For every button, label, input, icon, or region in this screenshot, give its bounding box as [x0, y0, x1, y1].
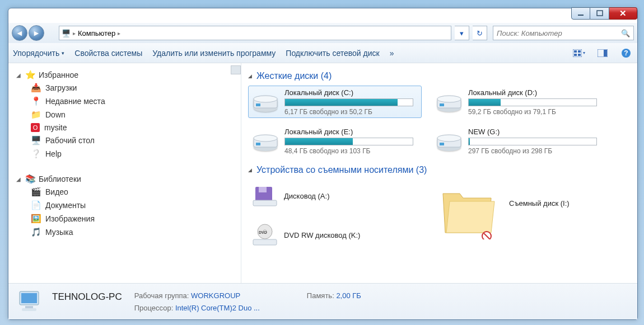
- folder-icon: 📁: [31, 110, 41, 120]
- system-properties-button[interactable]: Свойства системы: [74, 49, 142, 58]
- capacity-bar: [468, 138, 597, 145]
- drive-item[interactable]: Локальный диск (C:)6,17 ГБ свободно из 5…: [248, 86, 422, 118]
- details-pane: TEHNOLOG-PC Рабочая группа: WORKGROUP Па…: [8, 284, 637, 319]
- opera-icon: O: [31, 123, 40, 132]
- svg-text:DVD: DVD: [259, 230, 267, 234]
- sidebar-item-videos[interactable]: 🎬Видео: [8, 185, 241, 199]
- svg-rect-8: [604, 50, 607, 56]
- drive-item[interactable]: Съемный диск (I:): [432, 180, 622, 212]
- back-button[interactable]: ◄: [12, 25, 27, 41]
- sidebar-item-down[interactable]: 📁Down: [8, 108, 241, 121]
- capacity-bar: [468, 98, 597, 106]
- hard-drive-icon: [436, 129, 463, 153]
- category-removable[interactable]: ◢Устройства со съемными носителями (3): [248, 165, 631, 175]
- svg-point-21: [254, 135, 277, 142]
- sidebar-item-downloads[interactable]: 📥Загрузки: [8, 81, 241, 95]
- search-box[interactable]: 🔍: [493, 26, 634, 40]
- organize-menu[interactable]: Упорядочить ▾: [13, 49, 64, 58]
- svg-rect-5: [574, 54, 577, 56]
- drive-name: Локальный диск (C:): [284, 88, 418, 97]
- preview-pane-button[interactable]: [596, 46, 609, 60]
- help-button[interactable]: ?: [619, 46, 633, 60]
- refresh-button[interactable]: ↻: [473, 26, 487, 40]
- sidebar-item-documents[interactable]: 📄Документы: [8, 199, 241, 212]
- search-icon: 🔍: [621, 29, 630, 37]
- map-network-drive-button[interactable]: Подключить сетевой диск: [286, 49, 379, 58]
- show-locations-button[interactable]: ▾: [455, 26, 469, 40]
- breadcrumb-location[interactable]: Компьютер: [78, 29, 115, 37]
- search-input[interactable]: [497, 29, 621, 37]
- capacity-bar: [284, 98, 413, 106]
- drive-item[interactable]: NEW (G:)297 ГБ свободно из 298 ГБ: [432, 125, 605, 157]
- computer-icon: 🖥️: [62, 29, 71, 37]
- sidebar-item-pictures[interactable]: 🖼️Изображения: [8, 212, 241, 225]
- help-icon: ❔: [31, 149, 41, 159]
- close-button[interactable]: ✕: [609, 7, 637, 20]
- workgroup-label: Рабочая группа:: [134, 291, 189, 300]
- nav-row: ◄ ► 🖥️ ▸ Компьютер ▸ ▾ ↻ 🔍: [8, 23, 637, 43]
- maximize-button[interactable]: [590, 7, 609, 20]
- svg-rect-28: [259, 187, 267, 192]
- chevron-right-icon: ▸: [118, 30, 120, 36]
- svg-rect-35: [253, 239, 277, 245]
- libraries-icon: 📚: [25, 174, 35, 184]
- toolbar: Упорядочить ▾ Свойства системы Удалить и…: [8, 43, 637, 63]
- desktop-icon: 🖥️: [31, 135, 41, 145]
- drive-name: Съемный диск (I:): [509, 199, 619, 208]
- details-name: TEHNOLOG-PC: [52, 291, 122, 303]
- hard-drive-icon: [252, 129, 279, 153]
- collapse-icon: ◢: [16, 176, 21, 182]
- svg-rect-4: [578, 50, 581, 53]
- content-area: ◢Жесткие диски (4) Локальный диск (C:)6,…: [241, 63, 637, 283]
- svg-point-17: [437, 96, 461, 102]
- svg-point-25: [437, 135, 461, 142]
- svg-rect-6: [578, 54, 581, 56]
- favorites-header[interactable]: ◢⭐Избранное: [8, 69, 241, 81]
- drive-item[interactable]: DVDDVD RW дисковод (K:): [248, 219, 422, 251]
- svg-rect-3: [574, 50, 577, 53]
- workgroup-value: WORKGROUP: [191, 291, 240, 300]
- view-options-button[interactable]: ▾: [572, 46, 586, 60]
- dvd-drive-icon: DVD: [251, 223, 278, 247]
- floppy-drive-icon: [251, 184, 278, 208]
- memory-label: Память:: [307, 291, 334, 300]
- svg-rect-14: [256, 103, 260, 106]
- minimize-button[interactable]: [571, 7, 590, 20]
- drive-item[interactable]: Локальный диск (E:)48,4 ГБ свободно из 1…: [248, 125, 422, 157]
- folder-open-icon: [435, 181, 503, 244]
- drive-name: DVD RW дисковод (K:): [284, 231, 418, 239]
- sidebar-item-music[interactable]: 🎵Музыка: [8, 225, 241, 239]
- address-bar[interactable]: 🖥️ ▸ Компьютер ▸: [59, 26, 451, 40]
- libraries-header[interactable]: ◢📚Библиотеки: [8, 173, 241, 185]
- capacity-bar: [284, 138, 413, 145]
- sidebar-item-help[interactable]: ❔Help: [8, 147, 241, 161]
- star-icon: ⭐: [25, 70, 35, 80]
- sidebar-item-recent[interactable]: 📍Недавние места: [8, 95, 241, 108]
- computer-icon: [16, 288, 45, 315]
- recent-icon: 📍: [31, 96, 41, 106]
- uninstall-program-button[interactable]: Удалить или изменить программу: [152, 49, 276, 58]
- music-icon: 🎵: [31, 227, 41, 237]
- hard-drive-icon: [252, 90, 279, 114]
- svg-rect-37: [21, 293, 37, 303]
- sidebar-item-desktop[interactable]: 🖥️Рабочий стол: [8, 134, 241, 147]
- drive-free-text: 297 ГБ свободно из 298 ГБ: [468, 147, 601, 155]
- drive-item[interactable]: Дисковод (A:): [248, 180, 422, 212]
- video-icon: 🎬: [31, 187, 41, 197]
- svg-text:?: ?: [624, 49, 628, 57]
- sidebar-item-mysite[interactable]: Omysite: [8, 121, 241, 134]
- memory-value: 2,00 ГБ: [336, 291, 361, 300]
- category-hard-drives[interactable]: ◢Жесткие диски (4): [248, 71, 631, 81]
- svg-rect-29: [253, 200, 277, 206]
- toolbar-overflow[interactable]: »: [390, 49, 394, 58]
- forward-button[interactable]: ►: [29, 25, 44, 41]
- chevron-right-icon: ▸: [73, 30, 76, 36]
- titlebar: ✕: [8, 8, 637, 23]
- svg-rect-0: [578, 15, 584, 16]
- svg-rect-39: [22, 308, 36, 311]
- drive-free-text: 6,17 ГБ свободно из 50,2 ГБ: [284, 108, 418, 116]
- pictures-icon: 🖼️: [31, 214, 41, 224]
- svg-rect-38: [25, 306, 33, 308]
- drive-item[interactable]: Локальный диск (D:)59,2 ГБ свободно из 7…: [432, 86, 605, 118]
- svg-rect-22: [256, 143, 260, 145]
